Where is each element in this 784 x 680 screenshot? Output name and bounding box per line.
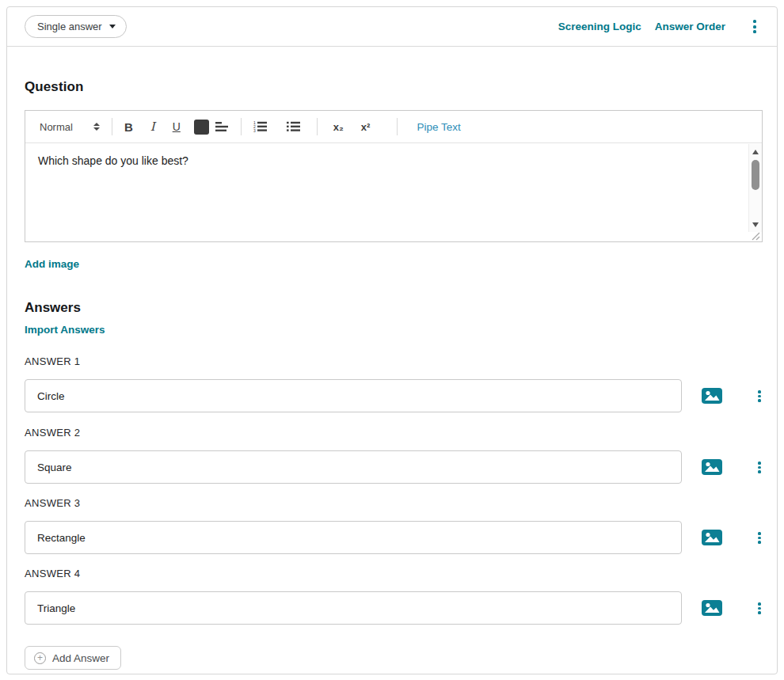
image-icon — [701, 458, 723, 477]
svg-text:3: 3 — [253, 128, 256, 132]
answer-label: ANSWER 3 — [25, 497, 80, 509]
question-type-label: Single answer — [37, 21, 102, 32]
image-icon — [701, 528, 723, 547]
align-button[interactable] — [215, 121, 229, 132]
add-answer-image-button[interactable] — [701, 528, 723, 547]
ordered-list-button[interactable]: 1 2 3 — [253, 121, 268, 132]
rich-text-editor: Normal B I U 1 — [25, 110, 763, 242]
pipe-text-button[interactable]: Pipe Text — [417, 121, 460, 133]
resize-grip-icon[interactable] — [749, 231, 761, 241]
editor-scrollbar[interactable] — [748, 144, 762, 232]
editor-body[interactable]: Which shape do you like best? — [25, 144, 762, 241]
format-dropdown-label: Normal — [40, 121, 73, 133]
superscript-button[interactable]: x² — [361, 121, 371, 133]
import-answers-link[interactable]: Import Answers — [25, 324, 105, 336]
answer-input-3[interactable] — [25, 521, 682, 554]
image-icon — [701, 598, 723, 617]
answer-row-3: ANSWER 3 — [25, 497, 763, 554]
bold-button[interactable]: B — [124, 120, 133, 134]
ordered-list-icon: 1 2 3 — [253, 121, 268, 132]
answer-menu-kebab-icon[interactable] — [754, 600, 765, 617]
add-answer-image-button[interactable] — [701, 386, 723, 405]
add-answer-label: Add Answer — [52, 652, 109, 664]
card-header: Single answer Screening Logic Answer Ord… — [7, 7, 777, 47]
editor-toolbar: Normal B I U 1 — [25, 111, 762, 143]
header-links: Screening Logic Answer Order — [558, 17, 760, 36]
italic-button[interactable]: I — [150, 120, 155, 134]
screening-logic-link[interactable]: Screening Logic — [558, 21, 641, 32]
answer-label: ANSWER 2 — [25, 427, 80, 439]
question-menu-kebab-icon[interactable] — [749, 17, 760, 36]
align-icon — [215, 121, 229, 132]
question-editor-page: Single answer Screening Logic Answer Ord… — [0, 0, 784, 680]
underline-button[interactable]: U — [173, 120, 181, 133]
add-answer-image-button[interactable] — [701, 458, 723, 477]
answer-menu-kebab-icon[interactable] — [754, 388, 765, 405]
answers-section-title: Answers — [25, 300, 81, 316]
question-type-dropdown[interactable]: Single answer — [25, 15, 127, 38]
answer-menu-kebab-icon[interactable] — [754, 459, 765, 476]
updown-arrows-icon — [93, 123, 100, 131]
text-color-swatch[interactable] — [194, 120, 209, 135]
add-answer-button[interactable]: + Add Answer — [25, 646, 121, 670]
question-section-title: Question — [25, 79, 83, 95]
answer-input-2[interactable] — [25, 450, 682, 484]
bullet-list-button[interactable] — [287, 121, 301, 132]
add-image-link[interactable]: Add image — [25, 258, 79, 270]
question-text[interactable]: Which shape do you like best? — [38, 154, 733, 169]
plus-circle-icon: + — [34, 652, 46, 664]
answer-label: ANSWER 1 — [25, 355, 80, 367]
chevron-down-icon — [109, 25, 116, 28]
subscript-button[interactable]: x₂ — [333, 121, 344, 133]
format-dropdown[interactable]: Normal — [40, 121, 100, 133]
answer-row-1: ANSWER 1 — [25, 355, 763, 412]
scrollbar-thumb[interactable] — [752, 160, 759, 190]
question-card: Single answer Screening Logic Answer Ord… — [6, 6, 778, 674]
bullet-list-icon — [287, 121, 301, 132]
answer-order-link[interactable]: Answer Order — [655, 21, 725, 32]
answer-input-1[interactable] — [25, 379, 682, 412]
answer-input-4[interactable] — [25, 591, 682, 625]
image-icon — [701, 386, 723, 405]
answer-row-4: ANSWER 4 — [25, 568, 763, 625]
answer-row-2: ANSWER 2 — [25, 427, 763, 484]
scroll-up-icon[interactable] — [749, 146, 762, 158]
scroll-down-icon[interactable] — [749, 218, 762, 230]
add-answer-image-button[interactable] — [701, 598, 723, 617]
answer-label: ANSWER 4 — [25, 568, 80, 579]
answer-menu-kebab-icon[interactable] — [754, 530, 765, 546]
